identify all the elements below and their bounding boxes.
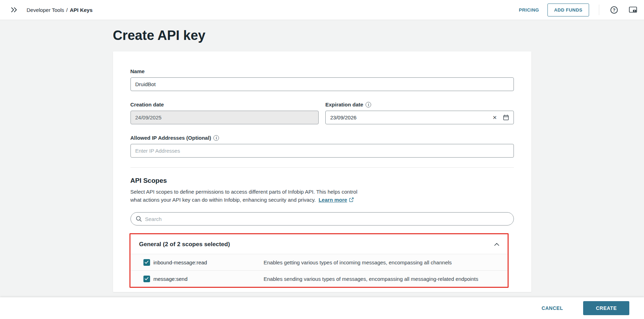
expiration-date-input[interactable]: [325, 111, 514, 124]
expand-sidebar-icon[interactable]: [9, 6, 19, 14]
clear-date-icon[interactable]: ✕: [491, 111, 498, 124]
scopes-description-line1: Select API scopes to define permissions …: [130, 188, 514, 196]
creation-date-label: Creation date: [130, 102, 164, 108]
scope-group-title: General (2 of 2 scopes selected): [139, 241, 230, 248]
pricing-link[interactable]: PRICING: [519, 7, 539, 13]
help-glyph: ?: [610, 6, 618, 14]
create-api-key-card: Name Creation date Expiration date: [113, 51, 531, 292]
scope-row: message:send Enables sending various typ…: [130, 270, 508, 287]
checkmark-icon: [144, 261, 149, 264]
scope-checkbox[interactable]: [143, 259, 150, 266]
scope-description: Enables sending various types of message…: [264, 276, 479, 282]
section-divider: [130, 167, 514, 168]
allowed-ip-label: Allowed IP Addresses (Optional): [130, 135, 211, 141]
api-scopes-heading: API Scopes: [130, 177, 514, 185]
calendar-icon[interactable]: [502, 111, 510, 124]
search-input[interactable]: [145, 216, 509, 222]
scope-name: message:send: [154, 276, 264, 282]
allowed-ip-input[interactable]: [130, 144, 514, 158]
app-window: Developer Tools / API Keys PRICING ADD F…: [0, 0, 644, 319]
scopes-description: Select API scopes to define permissions …: [130, 188, 514, 204]
expiration-date-label: Expiration date: [325, 102, 363, 108]
scope-checkbox[interactable]: [143, 276, 150, 282]
creation-date-input: [130, 111, 319, 124]
scope-group-general: General (2 of 2 scopes selected) inbound…: [130, 234, 508, 287]
help-icon[interactable]: ?: [609, 5, 619, 15]
top-bar: Developer Tools / API Keys PRICING ADD F…: [0, 0, 644, 20]
breadcrumb-section[interactable]: Developer Tools: [27, 7, 64, 13]
info-icon[interactable]: i: [213, 135, 219, 141]
bottom-action-bar: CANCEL CREATE: [0, 297, 644, 319]
page-title: Create API key: [113, 28, 531, 43]
learn-more-link[interactable]: Learn more: [319, 196, 354, 204]
search-box[interactable]: [130, 212, 514, 226]
breadcrumb: Developer Tools / API Keys: [27, 7, 93, 13]
external-link-icon: [349, 197, 354, 202]
scope-group-header[interactable]: General (2 of 2 scopes selected): [130, 234, 508, 254]
chevron-up-icon[interactable]: [494, 243, 499, 246]
topbar-divider: [599, 5, 599, 15]
search-icon: [136, 216, 142, 222]
scope-description: Enables getting various types of incomin…: [264, 259, 452, 265]
breadcrumb-separator: /: [66, 7, 68, 13]
scope-name: inbound-message:read: [154, 259, 264, 265]
name-label: Name: [130, 68, 145, 74]
create-button[interactable]: CREATE: [583, 301, 629, 315]
main-area: Create API key Name Creation date: [0, 20, 644, 297]
breadcrumb-current: API Keys: [70, 7, 92, 13]
info-icon[interactable]: i: [366, 102, 371, 108]
screen-recording-icon[interactable]: [628, 5, 638, 14]
learn-more-label: Learn more: [319, 196, 347, 204]
annotation-highlight: General (2 of 2 scopes selected) inbound…: [129, 233, 509, 288]
scope-row: inbound-message:read Enables getting var…: [130, 254, 508, 270]
cancel-button[interactable]: CANCEL: [542, 305, 563, 311]
add-funds-button[interactable]: ADD FUNDS: [547, 4, 589, 16]
scopes-description-line2: what actions your API key can do within …: [130, 197, 316, 203]
checkmark-icon: [144, 277, 149, 280]
name-input[interactable]: [130, 77, 514, 91]
